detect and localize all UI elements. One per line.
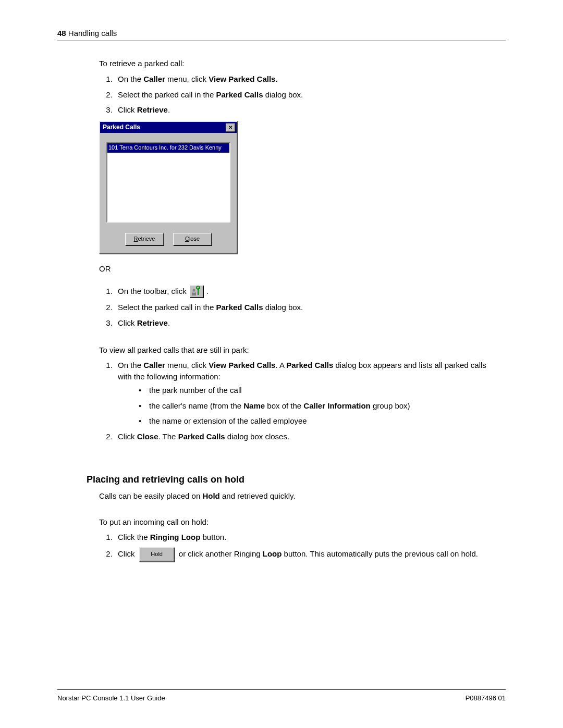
svg-rect-3 xyxy=(198,288,199,295)
dialog-title: Parked Calls xyxy=(103,123,140,132)
parked-calls-listbox[interactable]: 101 Terra Contours Inc. for 232 Davis Ke… xyxy=(106,142,230,223)
page-footer: Norstar PC Console 1.1 User Guide P08874… xyxy=(57,689,506,702)
hold-intro: Calls can be easily placed on Hold and r… xyxy=(99,490,500,502)
page-number: 48 xyxy=(57,29,66,38)
close-button[interactable]: Close xyxy=(173,233,212,245)
parked-calls-dialog: Parked Calls ✕ 101 Terra Contours Inc. f… xyxy=(99,121,238,254)
footer-left: Norstar PC Console 1.1 User Guide xyxy=(57,694,165,702)
bullet-item: the caller's name (from the Name box of … xyxy=(139,400,500,412)
parked-calls-toolbar-icon[interactable] xyxy=(190,285,203,298)
step-item: On the Caller menu, click View Parked Ca… xyxy=(115,73,500,85)
intro-view: To view all parked calls that are still … xyxy=(99,344,500,356)
bullet-item: the park number of the call xyxy=(139,385,500,396)
steps-view-list: On the Caller menu, click View Parked Ca… xyxy=(99,360,500,442)
retrieve-button[interactable]: Retrieve xyxy=(125,233,164,245)
dialog-close-button[interactable]: ✕ xyxy=(226,124,235,132)
step-item: On the Caller menu, click View Parked Ca… xyxy=(115,360,500,427)
svg-point-2 xyxy=(192,289,195,292)
or-label: OR xyxy=(99,263,500,275)
hold-button[interactable]: Hold xyxy=(139,547,175,562)
bullet-item: the name or extension of the called empl… xyxy=(139,415,500,427)
step-item: Click Close. The Parked Calls dialog box… xyxy=(115,431,500,442)
step-item: Select the parked call in the Parked Cal… xyxy=(115,89,500,101)
step-item: Click Hold or click another Ringing Loop… xyxy=(115,547,500,562)
close-icon: ✕ xyxy=(228,125,232,130)
info-bullets: the park number of the call the caller's… xyxy=(118,385,500,427)
footer-right: P0887496 01 xyxy=(466,694,506,702)
section-heading: Placing and retrieving calls on hold xyxy=(87,473,500,486)
dialog-titlebar: Parked Calls ✕ xyxy=(100,122,237,133)
step-item: Click Retrieve. xyxy=(115,104,500,116)
step-item: Click the Ringing Loop button. xyxy=(115,532,500,543)
steps-or-list: On the toolbar, click . Select the xyxy=(99,285,500,329)
header-section: Handling calls xyxy=(66,29,117,38)
step-item: On the toolbar, click . xyxy=(115,285,500,298)
page-header: 48 Handling calls xyxy=(57,29,117,38)
steps-retrieve-list: On the Caller menu, click View Parked Ca… xyxy=(99,73,500,116)
steps-hold-list: Click the Ringing Loop button. Click Hol… xyxy=(99,532,500,562)
step-item: Click Retrieve. xyxy=(115,317,500,329)
step-item: Select the parked call in the Parked Cal… xyxy=(115,302,500,313)
intro-retrieve: To retrieve a parked call: xyxy=(99,58,500,69)
list-item[interactable]: 101 Terra Contours Inc. for 232 Davis Ke… xyxy=(107,143,229,153)
intro-put-hold: To put an incoming call on hold: xyxy=(99,516,500,528)
